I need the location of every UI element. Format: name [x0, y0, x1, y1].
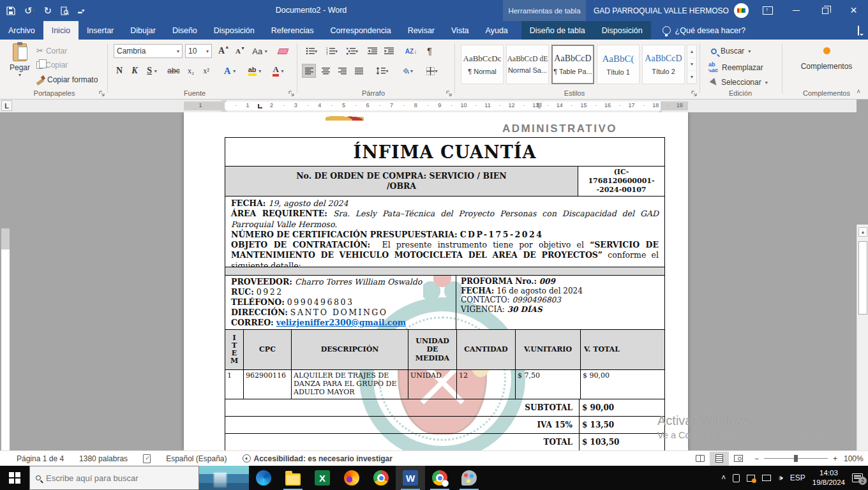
taskbar-file-explorer-icon[interactable] — [278, 466, 308, 490]
undo-icon[interactable]: ↺▾ — [24, 6, 35, 15]
change-case-button[interactable]: Aa ▾ — [249, 44, 271, 58]
style-normal-sa[interactable]: AaBbCcD dE Normal Sa... — [506, 45, 549, 84]
grow-font-button[interactable]: A▲ — [214, 44, 228, 58]
multilevel-list-button[interactable]: ▾ — [343, 44, 362, 58]
numbering-button[interactable]: 123▾ — [322, 44, 341, 58]
vertical-ruler[interactable] — [1, 228, 10, 450]
minimize-icon[interactable] — [782, 0, 811, 21]
find-button[interactable]: Buscar ▾ — [711, 47, 751, 56]
tray-network-icon[interactable] — [762, 475, 771, 481]
tab-dibujar[interactable]: Dibujar — [122, 21, 164, 40]
shrink-font-button[interactable]: A▼ — [231, 44, 245, 58]
ribbon-display-options-icon[interactable] — [753, 0, 782, 21]
tray-display-alert-icon[interactable] — [747, 475, 755, 482]
styles-scroll-down-icon[interactable]: ▼ — [687, 58, 696, 71]
tab-archivo[interactable]: Archivo — [0, 21, 43, 40]
tab-insertar[interactable]: Insertar — [79, 21, 122, 40]
styles-gallery-more-icon[interactable]: ▼ — [687, 71, 696, 84]
format-painter-button[interactable]: Copiar formato — [36, 75, 98, 84]
language-indicator[interactable]: Español (España) — [158, 454, 234, 463]
tell-me-box[interactable]: ¿Qué desea hacer? — [662, 21, 746, 40]
align-right-button[interactable] — [335, 64, 349, 78]
decrease-indent-button[interactable] — [365, 44, 379, 58]
align-center-button[interactable] — [318, 64, 333, 78]
styles-dialog-launcher-icon[interactable] — [691, 91, 697, 96]
tray-device-icon[interactable] — [733, 474, 740, 482]
style-titulo-1[interactable]: AaBbC( Título 1 — [597, 45, 640, 84]
highlight-color-button[interactable]: ab ▾ — [244, 64, 266, 78]
zoom-in-icon[interactable]: + — [833, 454, 837, 463]
tab-vista[interactable]: Vista — [443, 21, 477, 40]
style-normal[interactable]: AaBbCcDc ¶ Normal — [461, 45, 504, 84]
styles-scroll-up-icon[interactable]: ▲ — [687, 45, 696, 58]
tray-expand-icon[interactable]: ˄ — [721, 473, 726, 482]
paste-button[interactable]: Pegar ▾ — [6, 43, 33, 91]
tab-referencias[interactable]: Referencias — [263, 21, 322, 40]
vertical-scrollbar[interactable]: ▲ ▼ — [857, 225, 868, 450]
account-area[interactable]: GAD PARROQUIAL VALLE HERMOSO — [594, 0, 749, 21]
tray-volume-icon[interactable]: 🕩 — [778, 473, 783, 482]
taskbar-chrome-profile-icon[interactable] — [425, 466, 454, 490]
superscript-button[interactable]: x² — [199, 64, 213, 78]
shading-button[interactable]: ▾ — [396, 64, 418, 78]
replace-button[interactable]: ab⤷ac Reemplazar — [708, 62, 763, 73]
tab-stop-selector[interactable]: L — [1, 100, 12, 111]
font-color-button[interactable]: A ▾ — [268, 64, 288, 78]
indent-markers[interactable] — [221, 100, 228, 112]
print-layout-icon[interactable] — [710, 452, 729, 466]
search-highlight-image[interactable] — [199, 466, 249, 490]
font-dialog-launcher-icon[interactable] — [288, 91, 294, 96]
zoom-slider-thumb[interactable] — [794, 455, 798, 462]
collapse-ribbon-icon[interactable]: ˄ — [857, 88, 860, 95]
style-table-paragraph[interactable]: AaBbCcD ¶ Table Pa... — [551, 45, 594, 84]
chevron-down-icon[interactable]: ▾ — [206, 48, 209, 54]
text-effects-button[interactable]: A ▾ — [220, 64, 240, 78]
font-name-combobox[interactable]: Cambria▾ — [114, 44, 183, 58]
taskbar-search-box[interactable] — [29, 466, 199, 490]
justify-button[interactable] — [352, 64, 366, 78]
italic-button[interactable]: K — [128, 64, 142, 78]
paragraph-dialog-launcher-icon[interactable] — [446, 91, 452, 96]
copy-button[interactable]: Copiar — [36, 61, 68, 70]
customize-qat-icon[interactable]: ▂▾ — [78, 8, 84, 13]
save-icon[interactable] — [6, 6, 15, 15]
select-button[interactable]: Seleccionar ▾ — [711, 78, 768, 87]
bold-button[interactable]: N — [112, 64, 126, 78]
taskbar-clock[interactable]: 14:03 19/8/2024 — [812, 468, 845, 487]
tab-disposicion[interactable]: Disposición — [206, 21, 263, 40]
tab-disposicion-tabla[interactable]: Disposición — [594, 21, 651, 40]
font-size-combobox[interactable]: 10▾ — [185, 44, 212, 58]
taskbar-edge-icon[interactable] — [249, 466, 278, 490]
clear-formatting-button[interactable] — [276, 44, 290, 58]
start-button[interactable] — [0, 466, 29, 490]
taskbar-excel-icon[interactable]: X — [308, 466, 337, 490]
redo-icon[interactable]: ↻ — [44, 6, 52, 15]
taskbar-chrome-icon[interactable] — [366, 466, 396, 490]
addins-button[interactable]: Complementos — [791, 47, 862, 71]
proofing-icon[interactable] — [135, 454, 158, 463]
feedback-comment-icon[interactable] — [858, 26, 859, 35]
account-avatar[interactable] — [734, 3, 749, 18]
page-indicator[interactable]: Página 1 de 4 — [0, 454, 71, 463]
scroll-up-icon[interactable]: ▲ — [858, 227, 867, 237]
tab-ayuda[interactable]: Ayuda — [477, 21, 516, 40]
tab-revisar[interactable]: Revisar — [400, 21, 443, 40]
tab-diseno[interactable]: Diseño — [164, 21, 206, 40]
zoom-out-icon[interactable]: − — [754, 454, 759, 463]
tab-inicio[interactable]: Inicio — [43, 21, 79, 40]
email-link[interactable]: velizjeniffer2300@gmail.com — [276, 318, 406, 327]
clipboard-dialog-launcher-icon[interactable] — [99, 91, 105, 96]
taskbar-paint-icon[interactable] — [454, 466, 484, 490]
chevron-down-icon[interactable]: ▾ — [177, 48, 179, 54]
action-center-icon[interactable]: 2 — [852, 473, 863, 482]
read-mode-icon[interactable] — [691, 452, 710, 466]
increase-indent-button[interactable] — [382, 44, 396, 58]
zoom-slider[interactable] — [764, 458, 828, 459]
underline-button[interactable]: S ▾ — [142, 64, 162, 78]
borders-button[interactable]: ▾ — [421, 64, 443, 78]
sort-button[interactable]: AZ↓ — [402, 44, 420, 58]
paste-dropdown-icon[interactable]: ▾ — [19, 72, 21, 78]
tray-language-indicator[interactable]: ESP — [790, 473, 805, 482]
print-preview-icon[interactable] — [61, 6, 69, 15]
subscript-button[interactable]: x₂ — [184, 64, 198, 78]
